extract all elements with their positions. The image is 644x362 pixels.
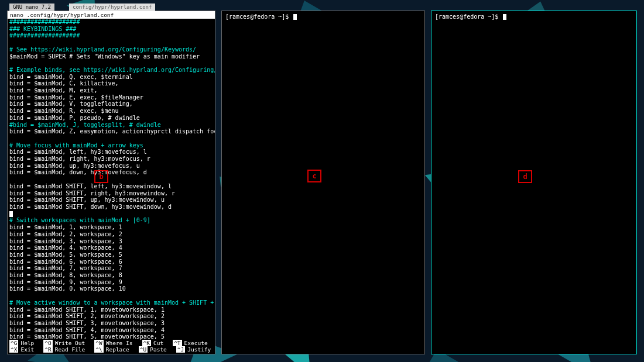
- editor-line: bind = $mainMod, right, hy3:movefocus, r: [9, 156, 213, 163]
- editor-line: bind = $mainMod, E, exec, $fileManager: [9, 94, 213, 101]
- editor-line: # Example binds, see https://wiki.hyprla…: [9, 67, 213, 74]
- cursor-block-icon: [9, 211, 13, 217]
- nano-help-key: ^R: [43, 346, 52, 353]
- nano-help-label: Cut: [153, 340, 163, 346]
- editor-line: bind = $mainMod SHIFT, 4, movetoworkspac…: [9, 327, 213, 334]
- editor-line: bind = $mainMod SHIFT, 2, movetoworkspac…: [9, 313, 213, 320]
- editor-line: bind = $mainMod, 2, workspace, 2: [9, 231, 213, 238]
- annotation-c: c: [307, 170, 321, 182]
- nano-help-item: ^RRead File: [43, 346, 85, 353]
- nano-help-label: Execute: [184, 340, 208, 346]
- annotation-d: d: [518, 170, 532, 183]
- editor-line: bind = $mainMod SHIFT, right, hy3:movewi…: [9, 190, 213, 197]
- nano-help-item: ^UPaste: [139, 346, 167, 353]
- nano-help-key: ^T: [173, 340, 181, 346]
- nano-help-item: ^JJustify: [176, 346, 211, 353]
- cursor-block-icon: [503, 14, 506, 20]
- editor-line: [9, 60, 213, 67]
- nano-help-label: Write Out: [55, 340, 85, 346]
- nano-help-item: ^OWrite Out: [43, 340, 85, 346]
- editor-line: bind = $mainMod SHIFT, 3, movetoworkspac…: [9, 320, 213, 327]
- editor-line: bind = $mainMod, Z, easymotion, action:h…: [9, 128, 213, 135]
- editor-line: bind = $mainMod, up, hy3:movefocus, u: [9, 163, 213, 170]
- editor-line: [9, 292, 213, 299]
- editor-line: ### KEYBINDINGS ###: [9, 26, 213, 33]
- nano-help-key: ^G: [9, 340, 18, 346]
- nano-help-key: ^U: [139, 346, 148, 353]
- editor-line: [9, 39, 213, 46]
- nano-help-key: ^\: [94, 346, 103, 353]
- nano-help-bar: ^GHelp^OWrite Out^WWhere Is^KCut^TExecut…: [8, 339, 215, 354]
- nano-help-key: ^K: [142, 340, 151, 346]
- editor-line: bind = $mainMod, down, hy3:movefocus, d: [9, 169, 213, 176]
- terminal-pane-right[interactable]: [ramces@fedora ~]$: [431, 11, 637, 354]
- nano-help-label: Help: [20, 340, 34, 346]
- nano-help-key: ^W: [94, 340, 103, 346]
- nano-editor-content[interactable]: ####################### KEYBINDINGS ####…: [8, 19, 215, 340]
- editor-line: bind = $mainMod, 7, workspace, 7: [9, 265, 213, 272]
- editor-line: bind = $mainMod, C, killactive,: [9, 80, 213, 87]
- nano-help-item: ^TExecute: [173, 340, 208, 346]
- editor-line: bind = $mainMod, 6, workspace, 6: [9, 258, 213, 266]
- editor-line: bind = $mainMod, 0, workspace, 10: [9, 285, 213, 292]
- editor-line: # See https://wiki.hyprland.org/Configur…: [9, 46, 213, 53]
- editor-line: [9, 176, 213, 183]
- editor-line: # Move focus with mainMod + arrow keys: [9, 142, 213, 149]
- editor-line: bind = $mainMod, 8, workspace, 8: [9, 272, 213, 279]
- editor-line: bind = $mainMod, 3, workspace, 3: [9, 238, 213, 245]
- editor-line: bind = $mainMod SHIFT, up, hy3:movewindo…: [9, 196, 213, 204]
- nano-help-key: ^O: [43, 340, 52, 346]
- nano-help-item: ^\Replace: [94, 346, 129, 353]
- editor-line: bind = $mainMod, 1, workspace, 1: [9, 224, 213, 231]
- editor-line: #bind = $mainMod, J, togglesplit, # dwin…: [9, 122, 213, 129]
- cursor-block-icon: [293, 14, 297, 20]
- editor-line: ####################: [9, 32, 213, 39]
- prompt-text: [ramces@fedora ~]$: [435, 13, 498, 20]
- editor-line: bind = $mainMod, Q, exec, $terminal: [9, 74, 213, 81]
- nano-help-item: ^WWhere Is: [94, 340, 132, 346]
- nano-help-label: Replace: [106, 346, 129, 353]
- nano-help-label: Read File: [55, 346, 85, 353]
- nano-header: nano .config/hypr/hyprland.conf: [8, 11, 215, 19]
- shell-prompt[interactable]: [ramces@fedora ~]$: [225, 13, 297, 20]
- nano-help-key: ^X: [9, 346, 18, 353]
- nano-help-label: Justify: [187, 346, 211, 353]
- nano-help-label: Exit: [20, 346, 34, 353]
- terminal-pane-middle[interactable]: [ramces@fedora ~]$: [221, 11, 425, 354]
- prompt-text: [ramces@fedora ~]$: [225, 13, 289, 20]
- editor-line: bind = $mainMod SHIFT, down, hy3:movewin…: [9, 204, 213, 211]
- editor-line: bind = $mainMod, V, togglefloating,: [9, 101, 213, 108]
- editor-line: bind = $mainMod SHIFT, left, hy3:movewin…: [9, 183, 213, 190]
- editor-line: # Switch workspaces with mainMod + [0-9]: [9, 217, 213, 224]
- window-title: GNU nano 7.2: [9, 4, 54, 11]
- nano-help-item: ^KCut: [142, 340, 164, 346]
- nano-help-item: ^GHelp: [9, 340, 34, 346]
- editor-line: bind = $mainMod, P, pseudo, # dwindle: [9, 115, 213, 122]
- nano-help-label: Paste: [150, 346, 167, 353]
- editor-line: bind = $mainMod, 9, workspace, 9: [9, 279, 213, 286]
- editor-line: bind = $mainMod, 4, workspace, 4: [9, 244, 213, 251]
- nano-help-label: Where Is: [106, 340, 133, 346]
- nano-help-key: ^J: [176, 346, 185, 353]
- annotation-b: b: [94, 170, 108, 183]
- editor-line: # Move active window to a workspace with…: [9, 299, 213, 306]
- window-path: config/hypr/hyprland.conf: [69, 4, 155, 11]
- nano-help-item: ^XExit: [9, 346, 34, 353]
- editor-line: bind = $mainMod SHIFT, 1, movetoworkspac…: [9, 306, 213, 313]
- editor-line: bind = $mainMod, M, exit,: [9, 87, 213, 94]
- editor-line: [9, 135, 213, 142]
- editor-line: [9, 211, 213, 218]
- editor-line: bind = $mainMod, left, hy3:movefocus, l: [9, 149, 213, 156]
- editor-line: bind = $mainMod, 5, workspace, 5: [9, 251, 213, 258]
- terminal-pane-nano[interactable]: nano .config/hypr/hyprland.conf ########…: [7, 11, 215, 354]
- editor-line: $mainMod = SUPER # Sets "Windows" key as…: [9, 53, 213, 60]
- editor-line: ####################: [9, 19, 213, 26]
- editor-line: bind = $mainMod, R, exec, $menu: [9, 108, 213, 115]
- shell-prompt[interactable]: [ramces@fedora ~]$: [435, 13, 506, 20]
